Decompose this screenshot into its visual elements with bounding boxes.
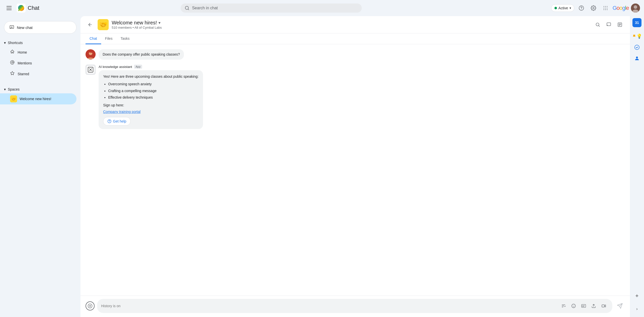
message-input[interactable] <box>101 304 557 308</box>
tab-files[interactable]: Files <box>101 33 117 44</box>
space-header-emoji: 🤝 <box>98 19 109 30</box>
threads-icon <box>606 22 611 27</box>
profile-pic <box>631 4 640 13</box>
threads-button[interactable] <box>604 20 614 30</box>
training-portal-link[interactable]: Company training portal <box>103 110 141 114</box>
user-avatar[interactable] <box>631 4 640 13</box>
svg-point-11 <box>607 9 608 10</box>
right-keep-button[interactable]: 💡 <box>632 31 642 41</box>
message-input-wrap[interactable]: GIF <box>97 299 612 313</box>
expand-panel-button[interactable]: › <box>632 304 642 314</box>
user-message-text: Does the company offer public speaking c… <box>103 52 180 56</box>
video-button[interactable] <box>599 301 608 310</box>
chat-area: 🤝 Welcome new hires! ▾ 510 members • All… <box>80 16 630 317</box>
ai-list: Overcoming speech anxiety Crafting a com… <box>103 81 198 100</box>
menu-icon[interactable] <box>4 3 14 13</box>
sidebar-item-home[interactable]: Home <box>0 47 76 58</box>
settings-icon <box>591 5 596 11</box>
search-icon <box>185 6 189 11</box>
active-status-badge[interactable]: Active ▾ <box>551 4 574 12</box>
tab-chat[interactable]: Chat <box>86 33 101 44</box>
home-label: Home <box>18 50 27 54</box>
spaces-label: Spaces <box>8 87 20 91</box>
ai-intro-text: Yes! Here are three upcoming classes abo… <box>103 74 198 79</box>
list-item-1: Overcoming speech anxiety <box>108 81 198 87</box>
spaces-header[interactable]: ▾ Spaces <box>0 85 80 93</box>
sidebar-item-welcome-new-hires[interactable]: 🤝 Welcome new hires! <box>0 93 76 104</box>
help-button[interactable] <box>576 3 586 13</box>
ai-message-row: AI knowledge assistant App Yes! Here are… <box>86 65 625 129</box>
input-bar: GIF <box>80 296 630 317</box>
gif-button[interactable]: GIF <box>579 301 588 310</box>
upload-button[interactable] <box>589 301 598 310</box>
starred-icon <box>10 71 15 77</box>
ai-sender-line: AI knowledge assistant App <box>99 65 203 69</box>
get-help-icon <box>107 119 111 123</box>
right-tasks-button[interactable] <box>632 42 642 52</box>
search-in-chat-button[interactable] <box>593 20 603 30</box>
add-apps-button[interactable]: + <box>632 291 642 301</box>
svg-text:GIF: GIF <box>582 305 585 307</box>
active-label: Active <box>558 6 568 10</box>
plus-icon <box>88 303 93 308</box>
separator: • <box>133 26 134 29</box>
shortcuts-header[interactable]: ▾ Shortcuts <box>0 39 80 47</box>
new-chat-icon <box>9 25 14 30</box>
summary-button[interactable] <box>615 20 625 30</box>
keep-icon <box>632 33 636 39</box>
chevron-down-icon: ▾ <box>4 41 6 45</box>
chat-header-title[interactable]: Welcome new hires! ▾ <box>112 20 590 26</box>
right-calendar-button[interactable]: 31 <box>632 18 641 27</box>
google-logo: Google <box>613 5 629 11</box>
back-button[interactable] <box>86 20 95 29</box>
list-item-3: Effective delivery techniques <box>108 95 198 100</box>
chevron-down-icon: ▾ <box>570 6 571 10</box>
emoji-button[interactable] <box>569 301 578 310</box>
active-dot <box>554 7 557 9</box>
get-help-button[interactable]: Get help <box>103 117 131 126</box>
chat-tabs: Chat Files Tasks <box>80 33 630 44</box>
sidebar-item-starred[interactable]: Starred <box>0 68 76 79</box>
app-badge: App <box>134 65 142 69</box>
mentions-icon <box>10 60 15 66</box>
send-button[interactable] <box>615 301 625 311</box>
space-emoji-icon: 🤝 <box>10 95 17 102</box>
new-chat-button[interactable]: New chat <box>4 21 76 34</box>
svg-rect-34 <box>602 305 605 307</box>
search-input-wrap[interactable] <box>181 4 362 13</box>
svg-point-35 <box>635 45 639 50</box>
chat-header-actions <box>593 20 625 30</box>
tasks-icon <box>634 45 640 50</box>
right-contacts-button[interactable] <box>632 53 642 63</box>
top-bar-right: Active ▾ <box>551 3 640 13</box>
contacts-icon <box>634 56 640 61</box>
ai-message-bubble: Yes! Here are three upcoming classes abo… <box>99 70 203 129</box>
signup-text: Sign up here: <box>103 102 198 108</box>
messages-area: Does the company offer public speaking c… <box>80 44 630 296</box>
user-message-avatar <box>86 49 96 59</box>
add-attachment-button[interactable] <box>86 301 95 310</box>
app-title: Chat <box>28 5 39 11</box>
text-format-button[interactable] <box>559 301 568 310</box>
spaces-chevron-icon: ▾ <box>4 87 6 91</box>
svg-point-10 <box>605 9 606 10</box>
svg-point-16 <box>12 62 13 63</box>
search-input[interactable] <box>192 6 358 10</box>
svg-marker-17 <box>11 71 14 75</box>
svg-point-3 <box>603 6 604 7</box>
svg-point-18 <box>596 23 599 26</box>
upload-icon <box>591 304 596 308</box>
emoji-icon <box>571 304 576 308</box>
settings-button[interactable] <box>588 3 598 13</box>
svg-point-13 <box>634 5 637 9</box>
sidebar-item-mentions[interactable]: Mentions <box>0 58 76 68</box>
tab-tasks[interactable]: Tasks <box>116 33 134 44</box>
chat-logo-icon <box>17 4 26 13</box>
mentions-label: Mentions <box>18 61 32 65</box>
svg-point-7 <box>605 8 606 9</box>
svg-point-31 <box>574 305 575 306</box>
message-row: Does the company offer public speaking c… <box>86 49 625 60</box>
search-chat-icon <box>595 22 600 27</box>
main-layout: New chat ▾ Shortcuts Home <box>0 16 644 317</box>
apps-button[interactable] <box>600 3 611 13</box>
